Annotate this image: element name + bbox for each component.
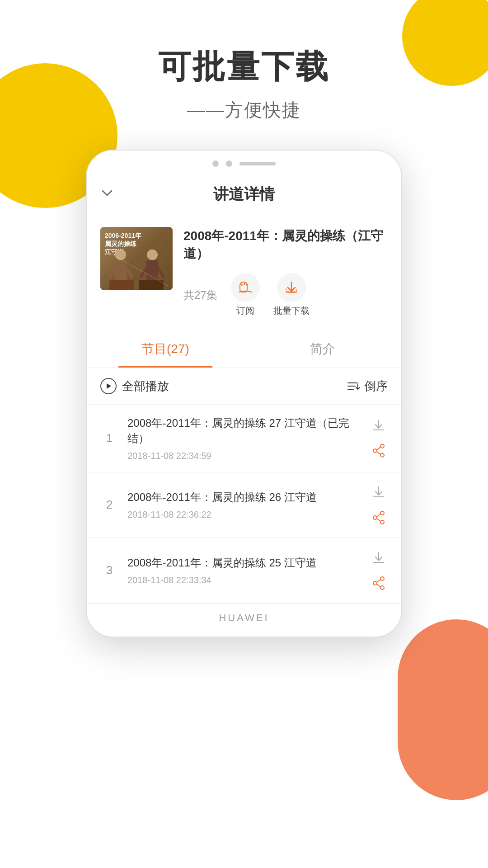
svg-point-25 <box>380 520 384 524</box>
svg-point-0 <box>115 250 126 260</box>
episode-number-3: 3 <box>100 563 118 577</box>
download-icon-2[interactable] <box>370 483 388 501</box>
svg-rect-8 <box>109 280 134 290</box>
share-icon-3[interactable] <box>370 574 388 592</box>
episode-date-1: 2018-11-08 22:34:59 <box>127 451 361 461</box>
phone-top-bar <box>87 151 401 175</box>
headline-subtitle: ——方便快捷 <box>0 98 488 123</box>
subscribe-icon-circle <box>231 273 260 302</box>
series-thumbnail[interactable]: 2006-2011年属灵的操练江守道 <box>100 227 173 290</box>
download-icon-3[interactable] <box>370 549 388 567</box>
phone-dot-1 <box>212 160 219 167</box>
episode-title-2: 2008年-2011年：属灵的操练 26 江守道 <box>127 490 361 505</box>
download-icon-1[interactable] <box>370 416 388 434</box>
series-meta: 2008年-2011年：属灵的操练（江守道） 共27集 订阅 <box>183 227 388 317</box>
subscribe-label: 订阅 <box>236 305 254 317</box>
app-header: 讲道详情 <box>87 175 401 214</box>
play-all-label: 全部播放 <box>122 378 169 394</box>
svg-point-18 <box>380 444 384 448</box>
svg-point-19 <box>373 449 377 453</box>
episode-item-2[interactable]: 2 2008年-2011年：属灵的操练 26 江守道 2018-11-08 22… <box>87 472 401 538</box>
tabs: 节目(27) 简介 <box>87 330 401 368</box>
svg-point-20 <box>380 453 384 457</box>
tab-intro[interactable]: 简介 <box>244 330 401 368</box>
share-icon-2[interactable] <box>370 509 388 527</box>
episode-title-1: 2008年-2011年：属灵的操练 27 江守道（已完结） <box>127 415 361 446</box>
phone-dot-2 <box>226 160 232 167</box>
episode-info-2: 2008年-2011年：属灵的操练 26 江守道 2018-11-08 22:3… <box>127 490 361 520</box>
svg-rect-1 <box>115 260 127 280</box>
episode-date-2: 2018-11-08 22:36:22 <box>127 509 361 520</box>
batch-download-label: 批量下载 <box>273 305 310 317</box>
svg-point-24 <box>373 516 377 519</box>
svg-line-32 <box>377 584 380 587</box>
header-area: 可批量下载 ——方便快捷 <box>0 0 488 123</box>
svg-point-23 <box>380 511 384 515</box>
svg-line-27 <box>377 519 380 521</box>
episode-actions-1 <box>370 416 388 460</box>
batch-download-icon-circle <box>277 273 306 302</box>
share-icon-1[interactable] <box>370 442 388 460</box>
phone-bar <box>239 162 276 165</box>
episode-date-3: 2018-11-08 22:33:34 <box>127 575 361 585</box>
batch-download-button[interactable]: 批量下载 <box>273 273 310 317</box>
sort-button[interactable]: 倒序 <box>347 378 388 394</box>
phone-brand: HUAWEI <box>87 604 401 637</box>
episode-list: 1 2008年-2011年：属灵的操练 27 江守道（已完结） 2018-11-… <box>87 405 401 603</box>
bg-shape-bottom-right <box>398 619 488 800</box>
episode-info-3: 2008年-2011年：属灵的操练 25 江守道 2018-11-08 22:3… <box>127 555 361 585</box>
svg-marker-14 <box>107 383 111 389</box>
svg-point-4 <box>147 250 158 260</box>
headline-title: 可批量下载 <box>0 45 488 89</box>
svg-line-6 <box>141 268 146 277</box>
svg-line-7 <box>158 268 164 277</box>
episode-info-1: 2008年-2011年：属灵的操练 27 江守道（已完结） 2018-11-08… <box>127 415 361 461</box>
svg-line-31 <box>377 580 380 582</box>
episode-item-1[interactable]: 1 2008年-2011年：属灵的操练 27 江守道（已完结） 2018-11-… <box>87 405 401 472</box>
series-info: 2006-2011年属灵的操练江守道 <box>87 214 401 326</box>
svg-point-13 <box>246 284 248 286</box>
sort-label: 倒序 <box>364 378 388 394</box>
episode-title-3: 2008年-2011年：属灵的操练 25 江守道 <box>127 555 361 571</box>
play-icon <box>100 378 117 394</box>
svg-line-21 <box>377 447 380 450</box>
subscribe-button[interactable]: 订阅 <box>231 273 260 317</box>
svg-point-11 <box>241 284 243 286</box>
back-button[interactable] <box>100 186 114 203</box>
series-title: 2008年-2011年：属灵的操练（江守道） <box>183 227 388 262</box>
episode-number-1: 1 <box>100 431 118 445</box>
phone-mockup: 讲道详情 2006-2011年属灵的操练江守道 <box>86 150 402 637</box>
svg-point-29 <box>373 581 377 585</box>
play-all-button[interactable]: 全部播放 <box>100 378 169 394</box>
tab-episodes[interactable]: 节目(27) <box>87 330 244 368</box>
episode-item-3[interactable]: 3 2008年-2011年：属灵的操练 25 江守道 2018-11-08 22… <box>87 538 401 604</box>
svg-line-3 <box>127 268 132 277</box>
episode-actions-3 <box>370 549 388 592</box>
svg-line-22 <box>377 452 380 454</box>
svg-point-12 <box>244 283 245 285</box>
series-actions: 共27集 订阅 <box>183 273 388 317</box>
episode-actions-2 <box>370 483 388 527</box>
svg-rect-9 <box>139 280 164 290</box>
play-sort-row: 全部播放 倒序 <box>87 368 401 405</box>
svg-line-26 <box>377 514 380 517</box>
episode-count: 共27集 <box>183 288 217 302</box>
page-title: 讲道详情 <box>213 184 275 205</box>
svg-point-30 <box>380 586 384 590</box>
svg-point-28 <box>380 577 384 580</box>
episode-number-2: 2 <box>100 498 118 512</box>
svg-line-2 <box>109 268 115 277</box>
